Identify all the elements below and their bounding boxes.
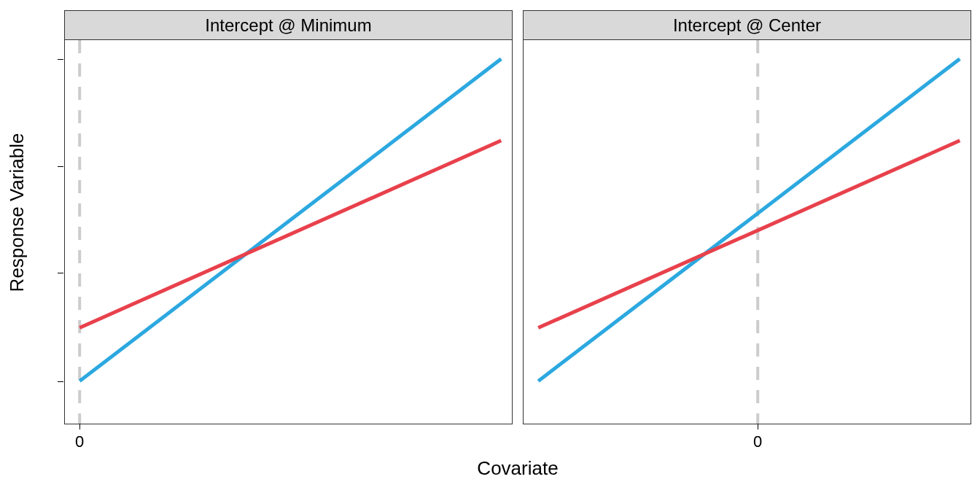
svg-line-5 — [538, 141, 960, 328]
facet-row: Intercept @ Minimum 0 Intercept @ Center… — [64, 10, 971, 424]
strip-title-left: Intercept @ Minimum — [64, 10, 513, 39]
plot-svg-left — [65, 40, 512, 424]
panel-left: Intercept @ Minimum 0 — [64, 10, 513, 424]
x-tick-label: 0 — [75, 432, 84, 451]
svg-line-1 — [79, 59, 501, 381]
x-tick-label: 0 — [753, 432, 762, 451]
panel-right: Intercept @ Center 0 — [523, 10, 971, 424]
y-tick — [58, 166, 63, 167]
y-tick — [58, 273, 63, 273]
x-axis-label: Covariate — [64, 457, 971, 480]
plot-area-left: 0 — [64, 39, 513, 424]
x-tick — [79, 424, 80, 429]
x-ticks-left: 0 — [65, 424, 512, 431]
figure: Response Variable Intercept @ Minimum 0 … — [0, 0, 980, 490]
plot-svg-right — [524, 40, 971, 424]
plot-area-right: 0 — [523, 39, 971, 424]
y-axis-label: Response Variable — [6, 0, 29, 424]
y-ticks-right — [516, 40, 524, 424]
svg-line-4 — [538, 59, 960, 381]
y-axis-label-text: Response Variable — [7, 133, 29, 292]
strip-title-right: Intercept @ Center — [523, 10, 971, 39]
x-tick — [758, 424, 758, 429]
y-tick — [58, 381, 63, 382]
y-tick — [58, 59, 63, 60]
y-ticks-left — [58, 40, 65, 424]
x-ticks-right: 0 — [524, 424, 971, 431]
svg-line-2 — [79, 141, 501, 328]
